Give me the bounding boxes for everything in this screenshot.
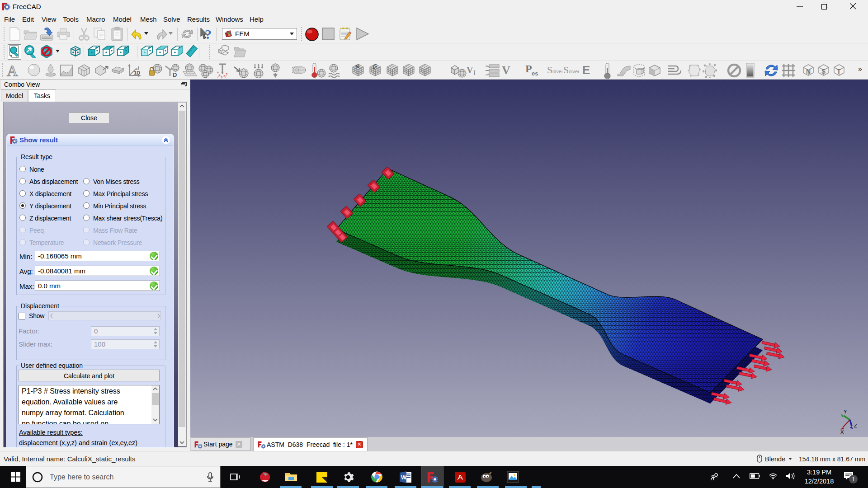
svg-text:V: V <box>467 65 473 75</box>
svg-text:A: A <box>7 63 18 78</box>
svg-text:Y: Y <box>844 409 847 414</box>
svg-text:Z: Z <box>854 423 857 428</box>
svg-text:N: N <box>806 68 811 75</box>
svg-text:olver: olver <box>552 69 562 74</box>
svg-text:D: D <box>173 71 177 78</box>
svg-text:S: S <box>563 64 569 75</box>
svg-text:X: X <box>840 429 844 435</box>
svg-text:1D: 1D <box>134 70 140 75</box>
svg-text:I: I <box>473 70 476 76</box>
svg-text:S: S <box>821 68 826 75</box>
svg-text:E: E <box>582 64 590 77</box>
svg-text:V: V <box>502 65 510 76</box>
svg-text:es: es <box>532 70 538 77</box>
svg-text:S: S <box>547 64 552 75</box>
svg-text:P: P <box>525 63 532 75</box>
svg-text:W: W <box>401 474 407 481</box>
svg-text:olver: olver <box>569 69 579 74</box>
svg-text:T: T <box>837 68 841 75</box>
